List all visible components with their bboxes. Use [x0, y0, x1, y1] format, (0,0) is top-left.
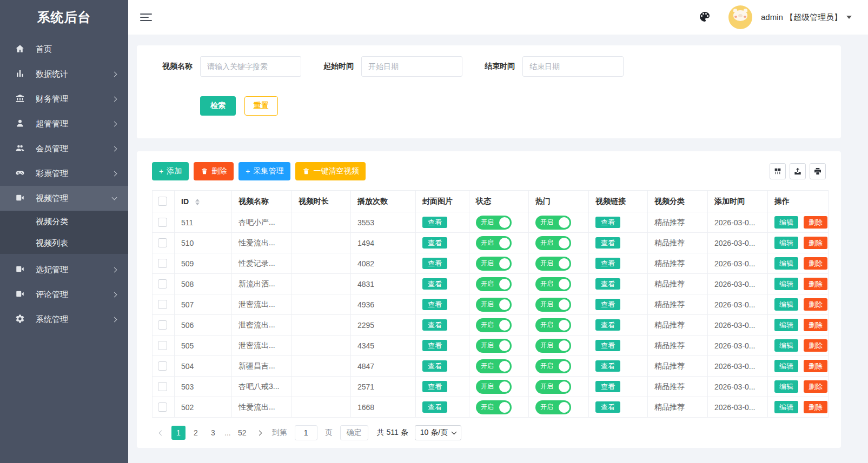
cover-view-button[interactable]: 查看 [422, 360, 447, 372]
link-view-button[interactable]: 查看 [595, 360, 620, 372]
page-size-select[interactable]: 10 条/页 [415, 425, 461, 440]
sidebar-item-concubine[interactable]: 选妃管理 [0, 257, 128, 282]
menu-toggle-icon[interactable] [140, 11, 152, 23]
clear-all-videos-button[interactable]: 一键清空视频 [295, 162, 366, 180]
column-header-id[interactable]: ID [175, 191, 232, 212]
edit-button[interactable]: 编辑 [774, 298, 798, 311]
edit-button[interactable]: 编辑 [774, 319, 798, 331]
sidebar-item-statistics[interactable]: 数据统计 [0, 62, 128, 86]
hot-toggle[interactable]: 开启 [535, 339, 571, 353]
edit-button[interactable]: 编辑 [774, 216, 798, 229]
link-view-button[interactable]: 查看 [595, 278, 620, 290]
sidebar-item-comments[interactable]: 评论管理 [0, 282, 128, 307]
status-toggle[interactable]: 开启 [476, 298, 512, 312]
link-view-button[interactable]: 查看 [595, 319, 620, 331]
prev-page-button[interactable] [154, 426, 168, 440]
row-checkbox[interactable] [158, 279, 167, 288]
hot-toggle[interactable]: 开启 [535, 380, 571, 394]
edit-button[interactable]: 编辑 [774, 380, 798, 393]
row-checkbox[interactable] [158, 259, 167, 268]
edit-button[interactable]: 编辑 [774, 339, 798, 352]
hot-toggle[interactable]: 开启 [535, 298, 571, 312]
row-checkbox[interactable] [158, 218, 167, 227]
sidebar-item-home[interactable]: 首页 [0, 37, 128, 62]
avatar[interactable] [728, 5, 752, 29]
hot-toggle[interactable]: 开启 [535, 236, 571, 250]
row-checkbox[interactable] [158, 238, 167, 247]
row-checkbox[interactable] [158, 300, 167, 309]
page-number[interactable]: 3 [206, 426, 220, 440]
hot-toggle[interactable]: 开启 [535, 257, 571, 271]
edit-button[interactable]: 编辑 [774, 278, 798, 290]
status-toggle[interactable]: 开启 [476, 380, 512, 394]
row-checkbox[interactable] [158, 402, 167, 412]
next-page-button[interactable] [253, 426, 267, 440]
export-button[interactable] [790, 163, 806, 179]
hot-toggle[interactable]: 开启 [535, 318, 571, 332]
row-checkbox[interactable] [158, 320, 167, 330]
row-delete-button[interactable]: 删除 [804, 339, 827, 352]
edit-button[interactable]: 编辑 [774, 237, 798, 249]
columns-filter-button[interactable] [770, 163, 786, 179]
goto-page-input[interactable] [295, 425, 317, 440]
sidebar-item-video-list[interactable]: 视频列表 [0, 232, 128, 254]
hot-toggle[interactable]: 开启 [535, 400, 571, 414]
link-view-button[interactable]: 查看 [595, 258, 620, 269]
status-toggle[interactable]: 开启 [476, 236, 512, 250]
hot-toggle[interactable]: 开启 [535, 359, 571, 373]
select-all-checkbox[interactable] [158, 197, 167, 206]
status-toggle[interactable]: 开启 [476, 216, 512, 230]
sidebar-item-finance[interactable]: 财务管理 [0, 86, 128, 111]
cover-view-button[interactable]: 查看 [422, 278, 447, 290]
link-view-button[interactable]: 查看 [595, 381, 620, 392]
hot-toggle[interactable]: 开启 [535, 277, 571, 291]
sort-icon[interactable] [195, 199, 200, 205]
row-delete-button[interactable]: 删除 [804, 360, 827, 372]
status-toggle[interactable]: 开启 [476, 400, 512, 414]
sidebar-item-video-categories[interactable]: 视频分类 [0, 211, 128, 232]
cover-view-button[interactable]: 查看 [422, 299, 447, 310]
link-view-button[interactable]: 查看 [595, 237, 620, 249]
row-delete-button[interactable]: 删除 [804, 319, 827, 331]
link-view-button[interactable]: 查看 [595, 401, 620, 413]
row-delete-button[interactable]: 删除 [804, 278, 827, 290]
sidebar-item-lottery[interactable]: 彩票管理 [0, 161, 128, 186]
theme-palette-icon[interactable] [698, 10, 712, 24]
search-button[interactable]: 检索 [200, 96, 236, 116]
row-checkbox[interactable] [158, 382, 167, 391]
collect-manage-button[interactable]: + 采集管理 [238, 162, 290, 180]
status-toggle[interactable]: 开启 [476, 257, 512, 271]
sidebar-item-members[interactable]: 会员管理 [0, 136, 128, 161]
sidebar-item-video[interactable]: 视频管理 [0, 186, 128, 211]
print-button[interactable] [810, 163, 826, 179]
end-date-input[interactable] [522, 56, 624, 77]
cover-view-button[interactable]: 查看 [422, 319, 447, 331]
cover-view-button[interactable]: 查看 [422, 381, 447, 392]
edit-button[interactable]: 编辑 [774, 360, 798, 372]
reset-button[interactable]: 重置 [244, 96, 278, 116]
link-view-button[interactable]: 查看 [595, 217, 620, 228]
status-toggle[interactable]: 开启 [476, 277, 512, 291]
status-toggle[interactable]: 开启 [476, 318, 512, 332]
page-number[interactable]: 2 [189, 426, 203, 440]
admin-dropdown[interactable]: admin 【超级管理员】 [761, 12, 852, 23]
goto-confirm-button[interactable]: 确定 [340, 425, 368, 440]
cover-view-button[interactable]: 查看 [422, 217, 447, 228]
cover-view-button[interactable]: 查看 [422, 340, 447, 351]
cover-view-button[interactable]: 查看 [422, 401, 447, 413]
row-delete-button[interactable]: 删除 [804, 237, 827, 249]
row-delete-button[interactable]: 删除 [804, 401, 827, 413]
video-name-input[interactable] [200, 56, 301, 77]
edit-button[interactable]: 编辑 [774, 401, 798, 413]
sidebar-item-system[interactable]: 系统管理 [0, 307, 128, 332]
page-number[interactable]: 52 [235, 426, 249, 440]
row-delete-button[interactable]: 删除 [804, 257, 827, 270]
add-button[interactable]: + 添加 [152, 162, 189, 180]
status-toggle[interactable]: 开启 [476, 359, 512, 373]
sidebar-item-superadmin[interactable]: 超管管理 [0, 111, 128, 136]
hot-toggle[interactable]: 开启 [535, 216, 571, 230]
row-delete-button[interactable]: 删除 [804, 216, 827, 229]
row-checkbox[interactable] [158, 361, 167, 371]
cover-view-button[interactable]: 查看 [422, 258, 447, 269]
cover-view-button[interactable]: 查看 [422, 237, 447, 249]
